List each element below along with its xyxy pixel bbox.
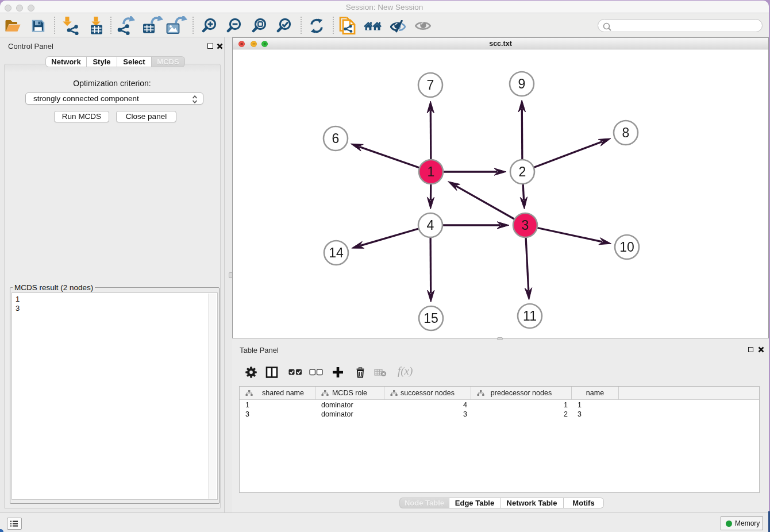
svg-text:1: 1 — [428, 164, 435, 179]
svg-text:8: 8 — [622, 125, 630, 140]
svg-text:6: 6 — [332, 131, 340, 146]
svg-text:4: 4 — [427, 218, 434, 233]
svg-text:11: 11 — [523, 309, 537, 323]
svg-text:10: 10 — [619, 240, 634, 255]
svg-text:15: 15 — [424, 311, 438, 326]
svg-text:3: 3 — [522, 218, 529, 233]
svg-text:7: 7 — [427, 78, 434, 92]
svg-text:14: 14 — [329, 245, 344, 260]
svg-text:2: 2 — [519, 164, 526, 179]
svg-text:9: 9 — [518, 76, 526, 91]
